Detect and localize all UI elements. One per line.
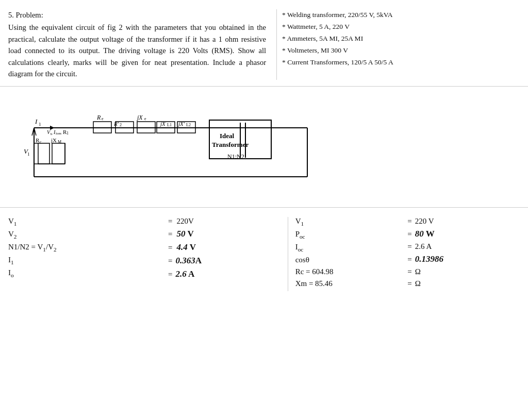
result-rlabel-costheta: cosθ <box>295 256 309 264</box>
svg-text:e: e <box>144 116 146 121</box>
result-req-rc: = <box>407 267 411 276</box>
problem-body: Using the equivalent circuit of fig 2 wi… <box>8 22 266 79</box>
svg-text:1: 1 <box>39 122 41 127</box>
svg-text:R: R <box>36 137 40 143</box>
result-row-rioc: Ioc <box>295 243 403 253</box>
svg-text:Ideal: Ideal <box>220 132 235 140</box>
svg-rect-13 <box>52 143 65 164</box>
result-rval-xm: = Ω <box>407 279 515 288</box>
result-rpoc-value: 80 W <box>415 229 435 239</box>
result-label-v2: V2 <box>8 230 75 240</box>
result-rlabel-poc: Poc <box>295 230 305 240</box>
result-req-costheta: = <box>407 255 411 264</box>
result-rcostheta-value: 0.13986 <box>415 254 443 264</box>
result-n1n2-value: 4.4 V <box>176 242 195 253</box>
svg-text:M: M <box>58 140 61 144</box>
results-right-val-col: = 220 V = 80 W = 2.6 A = 0.13986 = Ω = Ω <box>407 217 520 291</box>
svg-text:1: 1 <box>67 131 69 136</box>
result-rxm-value: Ω <box>415 279 421 288</box>
result-v1-value: 220V <box>176 217 193 226</box>
result-rlabel-ioc: Ioc <box>295 243 304 253</box>
results-section: V1 V2 N1/N2 = V1/V2 I1 Io = 220V = 5 <box>0 208 528 296</box>
result-rrc-value: Ω <box>415 267 421 276</box>
result-req-poc: = <box>407 230 411 239</box>
equip-item-3: * Ammeters, 5A MI, 25A MI <box>282 33 520 45</box>
result-row-n1n2: N1/N2 = V1/V2 <box>8 243 163 253</box>
result-rval-v1: = 220 V <box>407 217 515 226</box>
equip-item-2: * Wattmeter, 5 A, 220 V <box>282 21 520 33</box>
circuit-diagram: V 1 I 1 R c jX M <box>19 97 359 202</box>
result-rval-rc: = Ω <box>407 267 515 276</box>
result-val-n1n2: = 4.4 V <box>168 242 275 253</box>
result-v2-value: 50 V <box>176 229 193 239</box>
result-rioc-value: 2.6 A <box>415 242 432 251</box>
result-rlabel-xm: Xm = 85.46 <box>295 279 333 288</box>
problem-text: 5. Problem: Using the equivalent circuit… <box>8 9 276 80</box>
svg-text:N1:N2: N1:N2 <box>227 153 244 160</box>
result-io-value: 2.6 A <box>175 269 194 279</box>
result-row-v1: V1 <box>8 217 163 227</box>
result-val-v1: = 220V <box>168 217 275 226</box>
result-i1-value: 0.363A <box>175 256 202 266</box>
equipment-list: * Welding transformer, 220/55 V, 5kVA * … <box>276 9 520 80</box>
result-row-rcostheta: cosθ <box>295 256 403 264</box>
result-eq-n1n2: = <box>168 243 172 252</box>
page: 5. Problem: Using the equivalent circuit… <box>0 0 528 420</box>
result-eq-v1: = <box>168 217 172 226</box>
result-rv1-value: 220 V <box>415 217 434 226</box>
svg-rect-10 <box>38 143 50 164</box>
result-eq-v2: = <box>168 230 172 239</box>
result-req-ioc: = <box>407 242 411 251</box>
svg-text:e: e <box>102 116 104 121</box>
result-rval-costheta: = 0.13986 <box>407 254 515 264</box>
svg-text:c: c <box>40 140 42 144</box>
result-row-i1: I1 <box>8 256 163 265</box>
problem-number: 5. Problem: <box>8 9 266 21</box>
result-eq-i1: = <box>168 257 172 265</box>
svg-text:jX: jX <box>51 137 57 143</box>
result-rlabel-rc: Rc = 604.98 <box>295 267 334 276</box>
svg-text:R: R <box>96 114 101 121</box>
result-row-rxm: Xm = 85.46 <box>295 279 403 288</box>
equip-item-1: * Welding transformer, 220/55 V, 5kVA <box>282 9 520 21</box>
svg-text:jX: jX <box>136 114 143 121</box>
equip-item-5: * Current Transformers, 120/5 A 50/5 A <box>282 57 520 69</box>
svg-text:Transformer: Transformer <box>212 141 249 148</box>
result-rval-poc: = 80 W <box>407 229 515 239</box>
svg-text:I: I <box>35 117 38 125</box>
svg-text:b: b <box>51 132 53 136</box>
result-rval-ioc: = 2.6 A <box>407 242 515 251</box>
top-section: 5. Problem: Using the equivalent circuit… <box>0 5 528 87</box>
result-label-v1: V1 <box>8 217 75 227</box>
result-row-v2: V2 <box>8 230 163 240</box>
results-mid-col: = 220V = 50 V = 4.4 V = 0.363A = 2.6 A <box>168 217 280 291</box>
svg-text:2: 2 <box>120 123 122 127</box>
result-row-rrc: Rc = 604.98 <box>295 267 403 276</box>
result-req-v1: = <box>407 217 411 226</box>
equip-item-4: * Voltmeters, MI 300 V <box>282 45 520 57</box>
results-right-label-col: V1 Poc Ioc cosθ Rc = 604.98 Xm = 85.46 <box>295 217 408 291</box>
results-left-col: V1 V2 N1/N2 = V1/V2 I1 Io <box>8 217 168 291</box>
result-row-io: Io <box>8 268 163 278</box>
result-eq-io: = <box>168 270 172 279</box>
result-row-rpoc: Poc <box>295 230 403 240</box>
divider-vertical <box>288 217 288 291</box>
result-rlabel-v1: V1 <box>295 217 304 227</box>
result-label-i1: I1 <box>8 256 75 265</box>
svg-text:1: 1 <box>27 152 30 157</box>
circuit-section: V 1 I 1 R c jX M <box>0 87 528 208</box>
result-val-i1: = 0.363A <box>168 256 275 266</box>
result-val-io: = 2.6 A <box>168 269 275 279</box>
result-label-n1n2: N1/N2 = V1/V2 <box>8 243 75 253</box>
svg-text:L1: L1 <box>167 123 172 127</box>
result-val-v2: = 50 V <box>168 229 275 239</box>
svg-text:lom: lom <box>56 131 61 136</box>
svg-text:L2: L2 <box>186 123 191 127</box>
result-label-io: Io <box>8 268 75 278</box>
result-row-rv1: V1 <box>295 217 403 227</box>
result-req-xm: = <box>407 279 411 288</box>
